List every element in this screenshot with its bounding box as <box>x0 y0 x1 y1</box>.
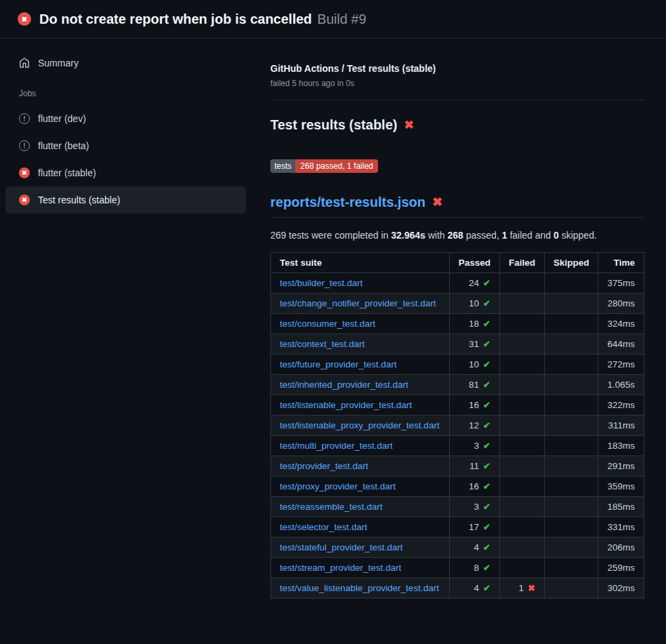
skipped-count-cell <box>544 395 598 415</box>
summary-segment: 0 <box>554 230 559 241</box>
table-row: test/proxy_provider_test.dart16✔359ms <box>271 476 644 496</box>
pass-check-icon: ✔ <box>483 278 491 288</box>
sidebar-job-item[interactable]: ✖Test results (stable) <box>5 186 246 214</box>
passed-count-cell: 16✔ <box>449 395 499 415</box>
summary-segment: 32.964s <box>391 230 425 241</box>
failed-count-cell <box>499 435 544 456</box>
pass-check-icon: ✔ <box>483 359 491 369</box>
table-row: test/multi_provider_test.dart3✔183ms <box>271 435 644 456</box>
test-suite-link[interactable]: test/listenable_proxy_provider_test.dart <box>280 420 440 430</box>
report-file-link[interactable]: reports/test-results.json <box>270 195 425 210</box>
neutral-circle-icon: ! <box>19 140 30 151</box>
test-suite-link[interactable]: test/value_listenable_provider_test.dart <box>280 583 439 593</box>
pass-check-icon: ✔ <box>483 298 491 308</box>
failed-count-cell <box>499 395 544 415</box>
x-circle-icon: ✖ <box>19 167 30 178</box>
test-suite-link[interactable]: test/stream_provider_test.dart <box>280 563 401 573</box>
fail-x-icon: ✖ <box>432 195 442 209</box>
passed-count-cell: 3✔ <box>449 496 499 517</box>
summary-segment: 1 <box>502 230 507 241</box>
passed-count: 17 <box>469 522 479 532</box>
check-run-title: Test results (stable)✖ <box>270 117 644 133</box>
test-suite-link[interactable]: test/proxy_provider_test.dart <box>280 481 396 491</box>
passed-count-cell: 12✔ <box>449 415 499 435</box>
passed-count: 31 <box>469 339 479 349</box>
passed-count-cell: 4✔ <box>449 578 499 598</box>
skipped-count-cell <box>544 496 598 517</box>
table-row: test/listenable_proxy_provider_test.dart… <box>271 415 644 435</box>
passed-count: 16 <box>469 400 479 410</box>
failed-count-cell <box>499 273 544 293</box>
run-status-text: failed 5 hours ago in 0s <box>270 79 644 88</box>
summary-segment: skipped. <box>559 230 597 241</box>
pass-check-icon: ✔ <box>483 583 491 593</box>
failed-count-cell <box>499 354 544 374</box>
test-suite-link[interactable]: test/provider_test.dart <box>280 461 369 471</box>
time-cell: 1.065s <box>598 374 644 395</box>
time-cell: 311ms <box>598 415 644 435</box>
test-suite-link[interactable]: test/listenable_provider_test.dart <box>280 400 412 410</box>
sidebar-job-item[interactable]: !flutter (dev) <box>5 105 246 132</box>
table-row: test/reassemble_test.dart3✔185ms <box>271 496 644 517</box>
skipped-count-cell <box>544 354 598 374</box>
time-cell: 324ms <box>598 313 644 334</box>
skipped-count-cell <box>544 456 598 476</box>
breadcrumb: GitHub Actions / Test results (stable) <box>270 63 644 74</box>
test-suite-link[interactable]: test/multi_provider_test.dart <box>280 441 393 451</box>
test-suite-link[interactable]: test/future_provider_test.dart <box>280 359 397 369</box>
sidebar-job-item[interactable]: ✖flutter (stable) <box>5 159 246 186</box>
badge-value: 268 passed, 1 failed <box>295 159 377 173</box>
badge-label: tests <box>270 159 295 173</box>
column-header: Passed <box>449 252 499 273</box>
test-suite-link[interactable]: test/consumer_test.dart <box>280 319 375 329</box>
suite-cell: test/reassemble_test.dart <box>271 496 450 517</box>
passed-count-cell: 81✔ <box>449 374 499 395</box>
skipped-count-cell <box>544 293 598 313</box>
passed-count-cell: 10✔ <box>449 354 499 374</box>
passed-count: 18 <box>469 319 479 329</box>
neutral-circle-icon: ! <box>19 113 30 124</box>
summary-segment: failed and <box>507 230 554 241</box>
pass-check-icon: ✔ <box>483 542 491 552</box>
time-cell: 185ms <box>598 496 644 517</box>
skipped-count-cell <box>544 476 598 496</box>
test-suite-link[interactable]: test/inherited_provider_test.dart <box>280 380 409 390</box>
skipped-count-cell <box>544 537 598 557</box>
suite-cell: test/proxy_provider_test.dart <box>271 476 450 496</box>
pass-check-icon: ✔ <box>483 420 491 430</box>
test-suite-link[interactable]: test/builder_test.dart <box>280 278 362 288</box>
table-row: test/context_test.dart31✔644ms <box>271 334 644 354</box>
pass-check-icon: ✔ <box>483 481 491 491</box>
skipped-count-cell <box>544 517 598 537</box>
test-suite-link[interactable]: test/change_notifier_provider_test.dart <box>280 298 436 308</box>
table-row: test/future_provider_test.dart10✔272ms <box>271 354 644 374</box>
passed-count: 4 <box>474 583 480 593</box>
pass-check-icon: ✔ <box>483 380 491 390</box>
pass-check-icon: ✔ <box>483 461 491 471</box>
run-title: Do not create report when job is cancell… <box>39 12 312 27</box>
suite-cell: test/context_test.dart <box>271 334 450 354</box>
passed-count: 12 <box>469 420 479 430</box>
test-suite-link[interactable]: test/context_test.dart <box>280 339 365 349</box>
test-suite-link[interactable]: test/reassemble_test.dart <box>280 502 383 512</box>
table-row: test/stateful_provider_test.dart4✔206ms <box>271 537 644 557</box>
suite-cell: test/listenable_provider_test.dart <box>271 395 450 415</box>
sidebar-item-summary[interactable]: Summary <box>5 49 246 77</box>
sidebar-job-item[interactable]: !flutter (beta) <box>5 132 246 159</box>
passed-count: 10 <box>469 359 479 369</box>
suite-cell: test/consumer_test.dart <box>271 313 450 334</box>
sidebar: Summary Jobs !flutter (dev)!flutter (bet… <box>0 39 254 599</box>
check-run-title-text: Test results (stable) <box>270 117 397 133</box>
table-row: test/consumer_test.dart18✔324ms <box>271 313 644 334</box>
passed-count: 24 <box>469 278 479 288</box>
suite-cell: test/future_provider_test.dart <box>271 354 450 374</box>
time-cell: 302ms <box>598 578 644 598</box>
summary-segment: with <box>425 230 448 241</box>
skipped-count-cell <box>544 273 598 293</box>
report-heading: reports/test-results.json ✖ <box>270 195 644 218</box>
failed-count-cell <box>499 537 544 557</box>
table-row: test/value_listenable_provider_test.dart… <box>271 578 644 598</box>
time-cell: 644ms <box>598 334 644 354</box>
test-suite-link[interactable]: test/selector_test.dart <box>280 522 367 532</box>
test-suite-link[interactable]: test/stateful_provider_test.dart <box>280 542 403 552</box>
